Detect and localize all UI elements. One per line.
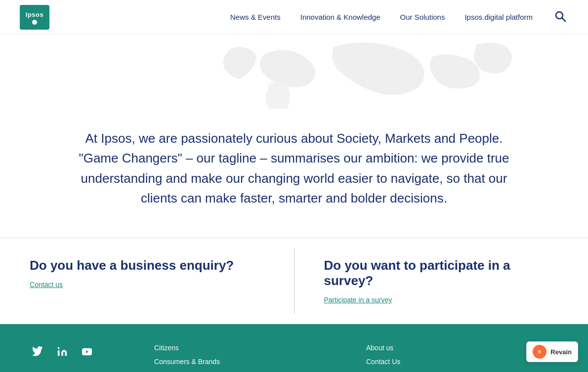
footer-citizens-link[interactable]: Citizens bbox=[154, 344, 346, 352]
svg-line-1 bbox=[562, 18, 566, 22]
participate-survey-link[interactable]: Participate in a survey bbox=[324, 296, 392, 304]
cta-right: Do you want to participate in a survey? … bbox=[294, 238, 588, 324]
nav-innovation-knowledge[interactable]: Innovation & Knowledge bbox=[300, 13, 380, 21]
youtube-link[interactable] bbox=[79, 344, 95, 360]
cta-left: Do you have a business enquiry? Contact … bbox=[0, 238, 294, 324]
footer: Citizens Consumers & Brands About us Con… bbox=[0, 324, 588, 372]
cta-section: Do you have a business enquiry? Contact … bbox=[0, 238, 588, 324]
footer-social bbox=[30, 344, 95, 366]
footer-top: Citizens Consumers & Brands About us Con… bbox=[30, 344, 558, 372]
contact-us-link[interactable]: Contact us bbox=[30, 281, 63, 289]
tagline-section: At Ipsos, we are passionately curious ab… bbox=[47, 109, 541, 238]
search-button[interactable] bbox=[552, 8, 568, 26]
twitter-icon bbox=[32, 346, 43, 357]
youtube-icon bbox=[82, 346, 92, 357]
nav-digital-platform[interactable]: Ipsos.digital platform bbox=[464, 13, 533, 21]
main-nav: News & Events Innovation & Knowledge Our… bbox=[230, 8, 568, 26]
footer-consumers-link[interactable]: Consumers & Brands bbox=[154, 358, 346, 366]
header: Ipsos News & Events Innovation & Knowled… bbox=[0, 0, 588, 35]
cta-right-heading: Do you want to participate in a survey? bbox=[324, 258, 559, 289]
logo[interactable]: Ipsos bbox=[20, 3, 54, 31]
cta-left-heading: Do you have a business enquiry? bbox=[30, 258, 264, 273]
svg-point-2 bbox=[58, 347, 60, 349]
search-icon bbox=[554, 10, 566, 22]
footer-links-col1: Citizens Consumers & Brands bbox=[154, 344, 346, 366]
logo-text: Ipsos bbox=[26, 11, 43, 18]
tagline-text: At Ipsos, we are passionately curious ab… bbox=[77, 128, 511, 208]
svg-text:R: R bbox=[538, 350, 541, 354]
linkedin-icon bbox=[57, 346, 68, 357]
nav-our-solutions[interactable]: Our Solutions bbox=[400, 13, 445, 21]
linkedin-link[interactable] bbox=[54, 344, 70, 360]
revain-logo-icon: R bbox=[533, 345, 546, 359]
nav-news-events[interactable]: News & Events bbox=[230, 13, 281, 21]
twitter-link[interactable] bbox=[30, 344, 45, 360]
hero-map-section bbox=[0, 35, 588, 109]
revain-label: Revain bbox=[550, 348, 572, 356]
revain-badge[interactable]: R Revain bbox=[526, 341, 578, 362]
world-map-bg bbox=[72, 35, 516, 109]
